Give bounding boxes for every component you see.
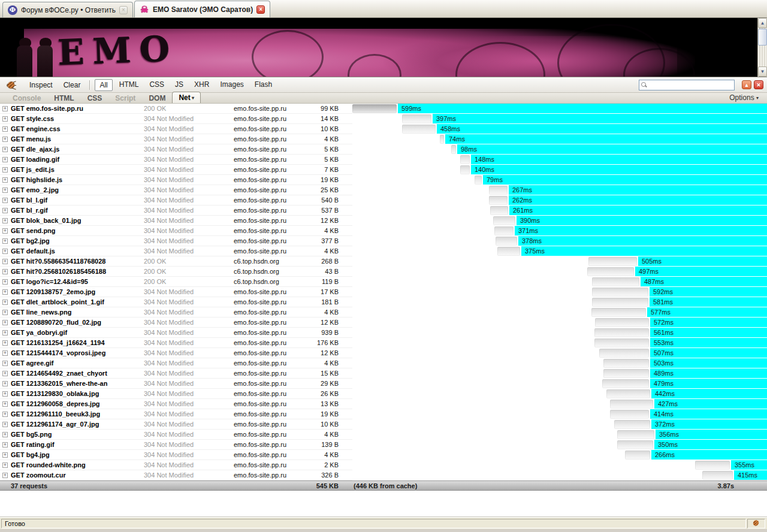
filter-js[interactable]: JS (171, 79, 188, 91)
net-request-row[interactable]: +GET ya_dobryi.gif304 Not Modifiedemo.fo… (0, 328, 767, 338)
browser-tab-emo[interactable]: ☠ EMO Saratov (ЭМО Саратов) × (134, 1, 270, 17)
expand-icon[interactable]: + (2, 412, 8, 417)
tab-html[interactable]: HTML (47, 93, 80, 103)
net-request-row[interactable]: +GET dlet_artblock_point_1.gif304 Not Mo… (0, 297, 767, 307)
firebug-statusbar-cell[interactable] (747, 519, 765, 528)
tab-close-icon[interactable]: × (256, 5, 265, 14)
firebug-close-button[interactable]: ✕ (754, 80, 763, 89)
expand-icon[interactable]: + (2, 381, 8, 386)
expand-icon[interactable]: + (2, 340, 8, 346)
request-name[interactable]: GET bl_r.gif (11, 207, 138, 214)
firebug-bug-icon[interactable] (6, 81, 17, 89)
request-name[interactable]: GET zoomout.cur (11, 471, 138, 479)
expand-icon[interactable]: + (2, 422, 8, 427)
expand-icon[interactable]: + (2, 320, 8, 325)
expand-icon[interactable]: + (2, 238, 8, 244)
net-request-row[interactable]: +GET engine.css304 Not Modifiedemo.fos-s… (0, 124, 767, 134)
request-name[interactable]: GET hit?0.25681026185456188 (11, 268, 138, 275)
filter-css[interactable]: CSS (145, 79, 168, 91)
net-request-row[interactable]: +GET blok_back_01.jpg304 Not Modifiedemo… (0, 216, 767, 226)
net-request-row[interactable]: +GET send.png304 Not Modifiedemo.fos-sit… (0, 226, 767, 236)
clear-button[interactable]: Clear (58, 79, 86, 91)
expand-icon[interactable]: + (2, 228, 8, 234)
expand-icon[interactable]: + (2, 330, 8, 335)
expand-icon[interactable]: + (2, 259, 8, 264)
request-name[interactable]: GET hit?0.55866354118768028 (11, 258, 138, 265)
scroll-up-icon[interactable]: ▲ (758, 18, 767, 28)
request-name[interactable]: GET style.css (11, 115, 138, 122)
browser-tab-forum[interactable]: Ф Форум вФОСе.ру • Ответить × (2, 2, 133, 17)
request-name[interactable]: GET rounded-white.png (11, 461, 138, 468)
net-request-row[interactable]: +GET agree.gif304 Not Modifiedemo.fos-si… (0, 358, 767, 368)
request-name[interactable]: GET rating.gif (11, 441, 138, 448)
expand-icon[interactable]: + (2, 401, 8, 407)
net-request-row[interactable]: +GET 1213362015_where-the-an304 Not Modi… (0, 379, 767, 389)
options-menu[interactable]: Options ▾ (729, 93, 759, 103)
net-request-row[interactable]: +GET loading.gif304 Not Modifiedemo.fos-… (0, 155, 767, 165)
filter-flash[interactable]: Flash (250, 79, 276, 91)
net-request-row[interactable]: +GET rounded-white.png304 Not Modifiedem… (0, 460, 767, 470)
request-name[interactable]: GET logo?ic=12.4&id=95 (11, 278, 138, 285)
request-name[interactable]: GET ya_dobryi.gif (11, 329, 138, 336)
net-request-row[interactable]: +GET hit?0.25681026185456188200 OKc6.top… (0, 267, 767, 277)
expand-icon[interactable]: + (2, 177, 8, 183)
expand-icon[interactable]: + (2, 371, 8, 376)
net-request-row[interactable]: +GET highslide.js304 Not Modifiedemo.fos… (0, 175, 767, 185)
request-name[interactable]: GET send.png (11, 227, 138, 234)
request-name[interactable]: GET 1208890720_flud_02.jpg (11, 319, 138, 326)
request-name[interactable]: GET 1214654492_znaet_chyort (11, 370, 138, 377)
request-name[interactable]: GET line_news.png (11, 309, 138, 316)
request-name[interactable]: GET blok_back_01.jpg (11, 217, 138, 224)
request-name[interactable]: GET 1213129830_oblaka.jpg (11, 390, 138, 397)
expand-icon[interactable]: + (2, 147, 8, 152)
search-input[interactable] (647, 81, 732, 89)
request-name[interactable]: GET bl_l.gif (11, 197, 138, 204)
request-name[interactable]: GET bg4.jpg (11, 451, 138, 458)
filter-images[interactable]: Images (216, 79, 247, 91)
net-request-row[interactable]: +GET menu.js304 Not Modifiedemo.fos-site… (0, 134, 767, 144)
expand-icon[interactable]: + (2, 289, 8, 295)
net-request-row[interactable]: +GET 1212961174_agr_07.jpg304 Not Modifi… (0, 419, 767, 430)
filter-all[interactable]: All (95, 79, 112, 91)
expand-icon[interactable]: + (2, 310, 8, 315)
tab-css[interactable]: CSS (81, 93, 109, 103)
request-name[interactable]: GET 1209138757_2emo.jpg (11, 288, 138, 295)
request-name[interactable]: GET agree.gif (11, 359, 138, 367)
request-name[interactable]: GET default.js (11, 247, 138, 255)
request-name[interactable]: GET dlet_artblock_point_1.gif (11, 298, 138, 306)
scroll-down-icon[interactable]: ▼ (758, 66, 767, 77)
expand-icon[interactable]: + (2, 473, 8, 478)
expand-icon[interactable]: + (2, 249, 8, 254)
expand-icon[interactable]: + (2, 269, 8, 274)
net-request-row[interactable]: +GET zoomout.cur304 Not Modifiedemo.fos-… (0, 470, 767, 480)
net-request-row[interactable]: +GET default.js304 Not Modifiedemo.fos-s… (0, 246, 767, 256)
net-request-row[interactable]: +GET style.css304 Not Modifiedemo.fos-si… (0, 114, 767, 124)
expand-icon[interactable]: + (2, 463, 8, 468)
expand-icon[interactable]: + (2, 116, 8, 122)
request-name[interactable]: GET loading.gif (11, 156, 138, 163)
request-name[interactable]: GET bg2.jpg (11, 237, 138, 244)
expand-icon[interactable]: + (2, 198, 8, 203)
expand-icon[interactable]: + (2, 391, 8, 397)
request-name[interactable]: GET 1215444174_voprosi.jpeg (11, 349, 138, 356)
expand-icon[interactable]: + (2, 279, 8, 285)
tab-console[interactable]: Console (6, 93, 47, 103)
net-request-row[interactable]: +GET hit?0.55866354118768028200 OKc6.top… (0, 256, 767, 267)
request-name[interactable]: GET engine.css (11, 125, 138, 132)
search-box[interactable] (639, 80, 735, 90)
tab-dom[interactable]: DOM (142, 93, 172, 103)
request-name[interactable]: GET emo.fos-site.pp.ru (11, 105, 138, 112)
net-request-row[interactable]: +GET emo.fos-site.pp.ru200 OKemo.fos-sit… (0, 104, 767, 114)
detach-button[interactable]: ▲ (742, 80, 751, 89)
net-request-row[interactable]: +GET 1212960058_depres.jpg304 Not Modifi… (0, 399, 767, 409)
request-name[interactable]: GET 1212960058_depres.jpg (11, 400, 138, 407)
tab-close-icon[interactable]: × (119, 6, 128, 14)
net-request-row[interactable]: +GET line_news.png304 Not Modifiedemo.fo… (0, 307, 767, 318)
net-request-row[interactable]: +GET bg2.jpg304 Not Modifiedemo.fos-site… (0, 236, 767, 246)
scroll-thumb[interactable] (758, 29, 767, 46)
expand-icon[interactable]: + (2, 218, 8, 223)
request-name[interactable]: GET 1216131254_j16624_1194 (11, 339, 138, 346)
request-name[interactable]: GET dle_ajax.js (11, 146, 138, 153)
request-name[interactable]: GET emo_2.jpg (11, 186, 138, 194)
request-name[interactable]: GET 1212961174_agr_07.jpg (11, 421, 138, 428)
